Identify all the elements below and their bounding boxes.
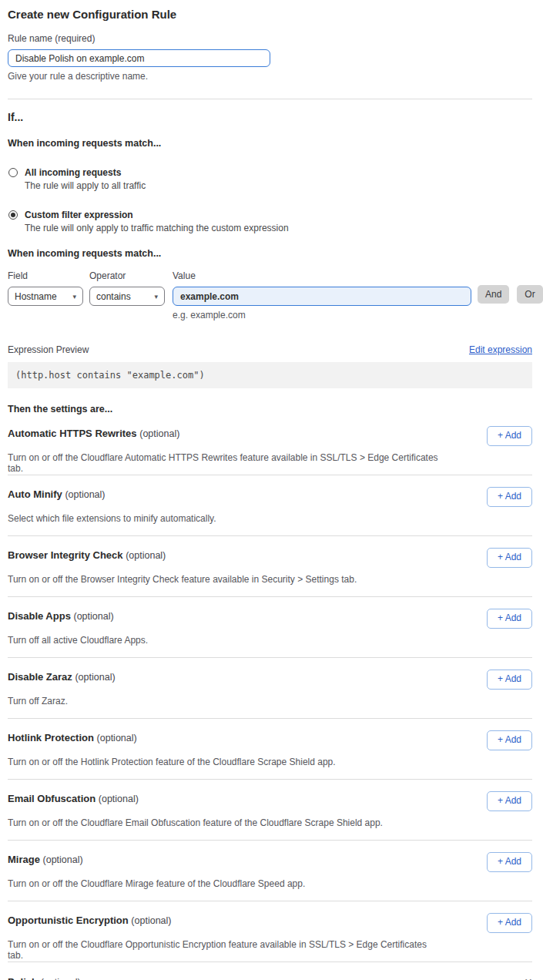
setting-polish: Polish (optional) × Change the settings … [8, 962, 532, 980]
create-configuration-rule-page: Create new Configuration Rule Rule name … [0, 0, 543, 980]
setting-title: Email Obfuscation (optional) [8, 793, 139, 804]
if-heading: If... [8, 111, 532, 123]
add-button-mirage[interactable]: + Add [487, 852, 532, 872]
radio-desc-custom-filter: The rule will only apply to traffic matc… [25, 223, 289, 233]
page-title: Create new Configuration Rule [8, 8, 532, 21]
add-button-automatic-https-rewrites[interactable]: + Add [487, 426, 532, 446]
chevron-down-icon: ▾ [72, 293, 76, 300]
value-helper: e.g. example.com [173, 310, 471, 321]
add-button-email-obfuscation[interactable]: + Add [487, 791, 532, 811]
setting-opportunistic-encryption: Opportunistic Encryption (optional) + Ad… [8, 901, 532, 962]
setting-description: Turn on or off the Cloudflare Mirage fea… [8, 878, 439, 889]
expression-preview-label: Expression Preview [8, 344, 89, 355]
rule-name-label: Rule name (required) [8, 33, 532, 44]
setting-description: Turn off all active Cloudflare Apps. [8, 635, 439, 646]
chevron-down-icon: ▾ [154, 293, 158, 300]
setting-email-obfuscation: Email Obfuscation (optional) + Add Turn … [8, 780, 532, 841]
add-button-hotlink-protection[interactable]: + Add [487, 730, 532, 750]
setting-title: Polish (optional) [8, 976, 81, 980]
expression-preview-box: (http.host contains "example.com") [8, 362, 532, 388]
optional-tag: (optional) [126, 550, 166, 561]
expression-preview-code: (http.host contains "example.com") [15, 370, 205, 381]
optional-tag: (optional) [131, 915, 171, 926]
field-select[interactable]: Hostname ▾ [8, 287, 83, 306]
field-label: Field [8, 270, 83, 281]
optional-tag: (optional) [97, 733, 137, 743]
field-select-value: Hostname [15, 291, 57, 302]
optional-tag: (optional) [75, 672, 115, 683]
value-label: Value [173, 270, 471, 281]
setting-title: Disable Apps (optional) [8, 610, 114, 622]
rule-name-input[interactable] [8, 49, 270, 67]
expression-builder-heading: When incoming requests match... [8, 248, 532, 259]
setting-title: Opportunistic Encryption (optional) [8, 915, 171, 926]
optional-tag: (optional) [65, 489, 105, 500]
add-button-auto-minify[interactable]: + Add [487, 487, 532, 507]
add-button-opportunistic-encryption[interactable]: + Add [487, 913, 532, 933]
radio-unchecked-icon[interactable] [8, 168, 18, 177]
add-button-browser-integrity-check[interactable]: + Add [487, 548, 532, 568]
or-button[interactable]: Or [517, 285, 542, 304]
add-button-disable-apps[interactable]: + Add [487, 609, 532, 629]
expression-builder-row: Field Hostname ▾ Operator contains ▾ Val… [8, 270, 532, 321]
add-button-disable-zaraz[interactable]: + Add [487, 670, 532, 690]
operator-select[interactable]: contains ▾ [89, 287, 165, 306]
setting-description: Turn on or off the Cloudflare Opportunis… [8, 939, 439, 961]
setting-description: Turn off Zaraz. [8, 696, 439, 706]
edit-expression-link[interactable]: Edit expression [469, 344, 532, 355]
setting-title: Automatic HTTPS Rewrites (optional) [8, 428, 179, 439]
radio-desc-all-incoming: The rule will apply to all traffic [25, 180, 146, 191]
operator-label: Operator [89, 270, 165, 281]
radio-checked-icon[interactable] [8, 210, 18, 220]
setting-description: Turn on or off the Cloudflare Email Obfu… [8, 817, 439, 828]
optional-tag: (optional) [43, 854, 83, 865]
optional-tag: (optional) [74, 611, 114, 622]
setting-automatic-https-rewrites: Automatic HTTPS Rewrites (optional) + Ad… [8, 414, 532, 475]
value-input[interactable] [173, 287, 471, 306]
setting-description: Turn on or off the Browser Integrity Che… [8, 574, 439, 585]
setting-disable-zaraz: Disable Zaraz (optional) + Add Turn off … [8, 658, 532, 719]
rule-name-helper: Give your rule a descriptive name. [8, 71, 532, 82]
setting-title: Hotlink Protection (optional) [8, 732, 137, 743]
setting-hotlink-protection: Hotlink Protection (optional) + Add Turn… [8, 719, 532, 780]
setting-title: Mirage (optional) [8, 854, 83, 865]
radio-option-custom-filter[interactable]: Custom filter expression The rule will o… [8, 210, 532, 233]
setting-title: Disable Zaraz (optional) [8, 671, 116, 683]
setting-auto-minify: Auto Minify (optional) + Add Select whic… [8, 475, 532, 536]
radio-label-custom-filter: Custom filter expression [25, 210, 289, 220]
and-button[interactable]: And [478, 285, 509, 304]
radio-label-all-incoming: All incoming requests [25, 167, 146, 178]
then-settings-heading: Then the settings are... [8, 404, 532, 414]
setting-title: Auto Minify (optional) [8, 488, 106, 500]
setting-browser-integrity-check: Browser Integrity Check (optional) + Add… [8, 536, 532, 597]
optional-tag: (optional) [99, 794, 139, 804]
setting-description: Select which file extensions to minify a… [8, 513, 439, 524]
divider [8, 99, 532, 99]
setting-description: Turn on or off the Cloudflare Automatic … [8, 452, 439, 474]
radio-option-all-incoming[interactable]: All incoming requests The rule will appl… [8, 167, 532, 191]
setting-mirage: Mirage (optional) + Add Turn on or off t… [8, 841, 532, 901]
optional-tag: (optional) [41, 977, 81, 980]
setting-disable-apps: Disable Apps (optional) + Add Turn off a… [8, 597, 532, 658]
optional-tag: (optional) [139, 428, 179, 439]
operator-select-value: contains [96, 291, 131, 302]
setting-title: Browser Integrity Check (optional) [8, 549, 166, 561]
setting-description: Turn on or off the Hotlink Protection fe… [8, 757, 439, 767]
close-icon[interactable]: × [525, 977, 532, 980]
when-match-heading: When incoming requests match... [8, 138, 532, 149]
